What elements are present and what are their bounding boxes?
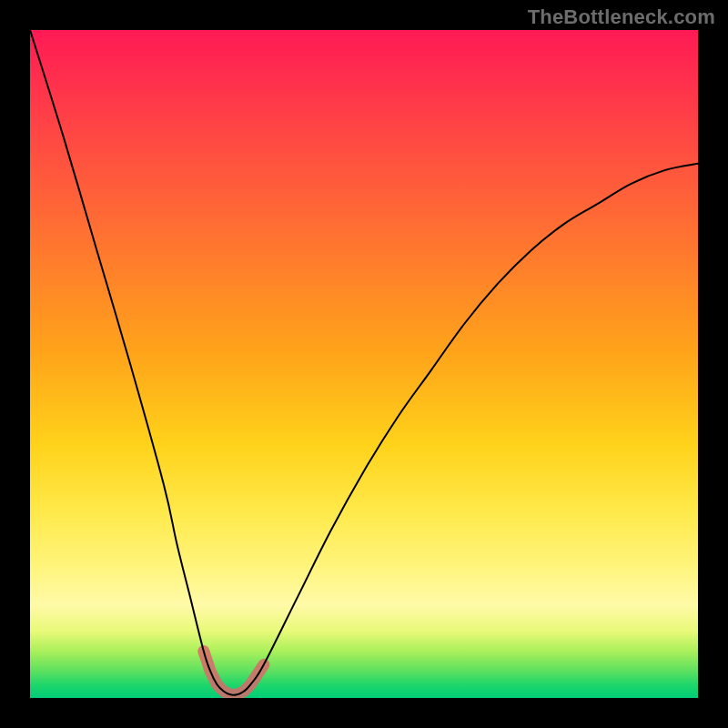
watermark-text: TheBottleneck.com (528, 5, 715, 29)
curve-svg (30, 30, 698, 698)
plot-area (30, 30, 698, 698)
chart-frame: TheBottleneck.com (0, 0, 728, 728)
valley-highlight (204, 652, 264, 695)
bottleneck-curve (30, 30, 698, 695)
